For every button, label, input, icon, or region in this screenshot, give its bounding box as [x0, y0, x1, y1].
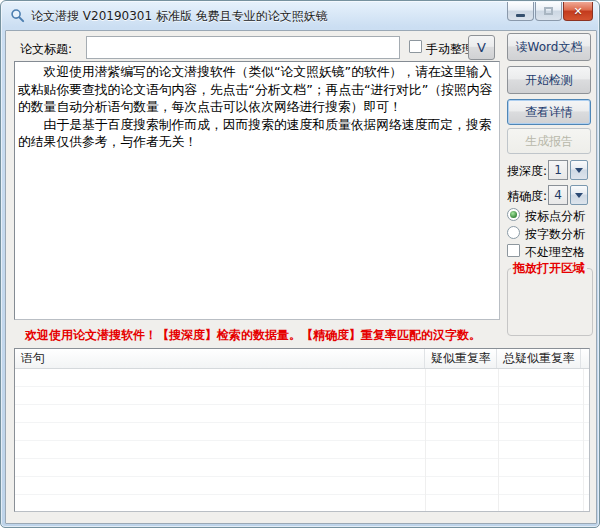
chevron-down-icon — [575, 168, 583, 173]
expand-button[interactable]: V — [468, 35, 495, 60]
client-area: 论文标题: 手动整理 V 欢迎使用潜紫编写的论文潜搜软件（类似“论文照妖镜”的软… — [5, 30, 597, 524]
paper-title-label: 论文标题: — [20, 41, 72, 58]
table-row — [15, 387, 589, 405]
column-divider — [425, 369, 426, 512]
app-window: 论文潜搜 V20190301 标准版 免费且专业的论文照妖镜 ✕ 论文标题: 手… — [0, 0, 600, 528]
search-depth-value: 1 — [548, 160, 568, 180]
precision-label: 精确度: — [507, 188, 547, 205]
column-divider — [583, 369, 584, 512]
generate-report-button: 生成报告 — [507, 128, 591, 154]
manual-cleanup-label: 手动整理 — [426, 41, 474, 58]
dropzone-area[interactable] — [507, 268, 593, 336]
table-row — [15, 459, 589, 477]
table-body — [15, 369, 589, 512]
radio-wordcount-analysis[interactable] — [507, 226, 520, 239]
table-row — [15, 405, 589, 423]
column-header-sentence[interactable]: 语句 — [15, 349, 425, 368]
precision-dropdown[interactable] — [570, 185, 588, 205]
window-controls: ✕ — [506, 2, 593, 21]
table-row — [15, 423, 589, 441]
search-icon — [10, 8, 25, 23]
manual-cleanup-checkbox[interactable] — [409, 40, 422, 53]
read-word-button[interactable]: 读Word文档 — [507, 33, 591, 61]
column-divider — [498, 369, 499, 512]
window-title: 论文潜搜 V20190301 标准版 免费且专业的论文照妖镜 — [31, 8, 328, 25]
precision-value: 4 — [548, 185, 568, 205]
ignore-spaces-checkbox[interactable] — [507, 244, 520, 257]
table-row — [15, 369, 589, 387]
maximize-icon — [544, 7, 553, 15]
paper-title-input[interactable] — [86, 36, 400, 59]
close-button[interactable]: ✕ — [563, 2, 593, 21]
dropzone-label: 拖放打开区域 — [511, 260, 587, 277]
radio-punctuation-analysis[interactable] — [507, 208, 520, 221]
results-table[interactable]: 语句 疑似重复率 总疑似重复率 — [14, 348, 590, 512]
radio-punctuation-label: 按标点分析 — [525, 208, 585, 225]
table-header-row: 语句 疑似重复率 总疑似重复率 — [15, 349, 589, 369]
view-details-button[interactable]: 查看详情 — [507, 99, 591, 125]
column-header-filler — [581, 349, 589, 368]
minimize-icon — [516, 14, 525, 17]
paper-content-editor[interactable]: 欢迎使用潜紫编写的论文潜搜软件（类似“论文照妖镜”的软件），请在这里输入或粘贴你… — [14, 61, 500, 320]
title-bar: 论文潜搜 V20190301 标准版 免费且专业的论文照妖镜 ✕ — [1, 1, 600, 30]
maximize-button — [535, 2, 562, 21]
radio-wordcount-label: 按字数分析 — [525, 226, 585, 243]
table-row — [15, 477, 589, 495]
chevron-down-icon — [575, 193, 583, 198]
search-depth-label: 搜深度: — [507, 163, 547, 180]
ignore-spaces-label: 不处理空格 — [525, 244, 585, 261]
close-icon: ✕ — [573, 5, 582, 18]
start-check-button[interactable]: 开始检测 — [507, 66, 591, 94]
status-message: 欢迎使用论文潜搜软件！【搜深度】检索的数据量。【精确度】重复率匹配的汉字数。 — [25, 327, 481, 344]
column-header-total-similarity[interactable]: 总疑似重复率 — [497, 349, 581, 368]
table-row — [15, 495, 589, 512]
table-row — [15, 441, 589, 459]
column-header-similarity[interactable]: 疑似重复率 — [425, 349, 497, 368]
minimize-button[interactable] — [507, 2, 534, 21]
search-depth-dropdown[interactable] — [570, 160, 588, 180]
